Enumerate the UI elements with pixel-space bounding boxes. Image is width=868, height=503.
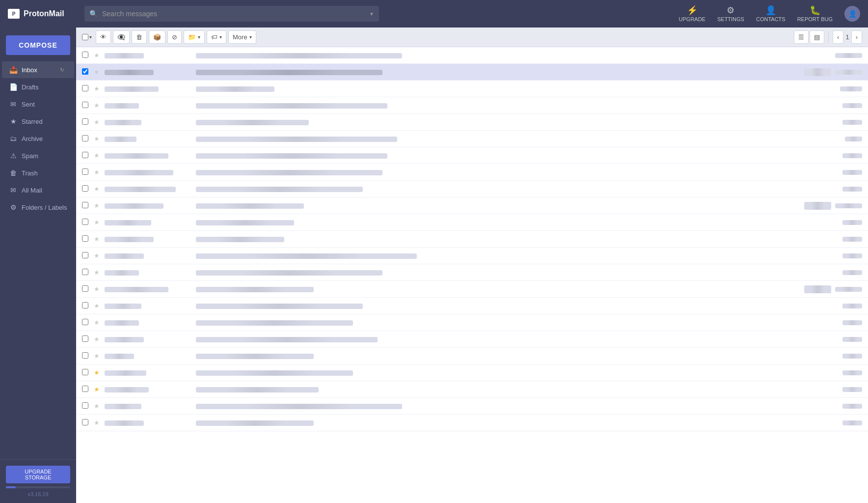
- email-row[interactable]: ★: [76, 97, 868, 114]
- star-icon[interactable]: ★: [94, 269, 102, 276]
- row-checkbox-input[interactable]: [82, 386, 88, 392]
- star-icon[interactable]: ★: [94, 168, 102, 176]
- star-icon[interactable]: ★: [94, 302, 102, 309]
- row-checkbox[interactable]: [82, 235, 91, 244]
- read-button[interactable]: 👁: [96, 30, 111, 44]
- star-icon[interactable]: ★: [94, 118, 102, 126]
- sidebar-item-folders[interactable]: ⚙ Folders / Labels: [2, 199, 74, 216]
- label-button[interactable]: 🏷 ▾: [207, 30, 226, 44]
- email-row[interactable]: ★: [76, 114, 868, 131]
- compact-view-button[interactable]: ☰: [794, 30, 809, 44]
- email-row[interactable]: ★: [76, 281, 868, 298]
- comfortable-view-button[interactable]: ▤: [810, 30, 824, 44]
- sidebar-item-archive[interactable]: 🗂 Archive: [2, 130, 74, 147]
- next-page-button[interactable]: ›: [851, 30, 862, 44]
- row-checkbox-input[interactable]: [82, 135, 88, 141]
- star-icon[interactable]: ★: [94, 386, 102, 393]
- search-input[interactable]: [84, 6, 379, 22]
- email-row[interactable]: ★: [76, 298, 868, 314]
- star-icon[interactable]: ★: [94, 135, 102, 142]
- star-icon[interactable]: ★: [94, 369, 102, 376]
- delete-button[interactable]: 🗑: [132, 30, 147, 44]
- star-icon[interactable]: ★: [94, 68, 102, 76]
- row-checkbox-input[interactable]: [82, 185, 88, 192]
- avatar[interactable]: 👤: [844, 6, 860, 22]
- email-row[interactable]: ★: [76, 131, 868, 147]
- row-checkbox[interactable]: [82, 252, 91, 260]
- email-row[interactable]: ★: [76, 415, 868, 431]
- row-checkbox-input[interactable]: [82, 252, 88, 258]
- compose-button[interactable]: COMPOSE: [6, 35, 70, 55]
- sidebar-item-starred[interactable]: ★ Starred: [2, 113, 74, 130]
- archive-button[interactable]: 📦: [149, 30, 165, 44]
- row-checkbox[interactable]: [82, 185, 91, 194]
- sidebar-item-inbox[interactable]: 📥 Inbox ↻: [2, 61, 74, 78]
- row-checkbox-input[interactable]: [82, 202, 88, 208]
- star-icon[interactable]: ★: [94, 202, 102, 209]
- email-row[interactable]: ★: [76, 364, 868, 381]
- star-icon[interactable]: ★: [94, 252, 102, 259]
- row-checkbox[interactable]: [82, 151, 91, 160]
- row-checkbox[interactable]: [82, 168, 91, 177]
- row-checkbox[interactable]: [82, 268, 91, 277]
- sidebar-item-sent[interactable]: ✉ Sent: [2, 96, 74, 112]
- row-checkbox-input[interactable]: [82, 319, 88, 325]
- row-checkbox[interactable]: [82, 218, 91, 227]
- row-checkbox[interactable]: [82, 285, 91, 294]
- more-button[interactable]: More ▾: [228, 30, 256, 44]
- spam-button[interactable]: ⊘: [167, 30, 182, 44]
- email-row[interactable]: ★: [76, 331, 868, 348]
- row-checkbox-input[interactable]: [82, 419, 88, 425]
- row-checkbox[interactable]: [82, 335, 91, 344]
- row-checkbox-input[interactable]: [82, 85, 88, 91]
- row-checkbox[interactable]: [82, 68, 91, 77]
- star-icon[interactable]: ★: [94, 402, 102, 410]
- chevron-down-icon[interactable]: ▼: [369, 11, 374, 17]
- star-icon[interactable]: ★: [94, 52, 102, 59]
- email-row[interactable]: ★: [76, 264, 868, 281]
- row-checkbox-input[interactable]: [82, 235, 88, 242]
- row-checkbox-input[interactable]: [82, 402, 88, 409]
- row-checkbox[interactable]: [82, 368, 91, 377]
- star-icon[interactable]: ★: [94, 102, 102, 109]
- row-checkbox-input[interactable]: [82, 102, 88, 108]
- row-checkbox-input[interactable]: [82, 352, 88, 359]
- unread-button[interactable]: 👁‍🗨: [113, 30, 130, 44]
- row-checkbox[interactable]: [82, 118, 91, 127]
- row-checkbox-input[interactable]: [82, 118, 88, 125]
- row-checkbox[interactable]: [82, 385, 91, 394]
- star-icon[interactable]: ★: [94, 185, 102, 193]
- refresh-icon[interactable]: ↻: [57, 66, 67, 74]
- row-checkbox-input[interactable]: [82, 168, 88, 175]
- move-button[interactable]: 📁 ▾: [184, 30, 205, 44]
- row-checkbox[interactable]: [82, 135, 91, 143]
- email-row[interactable]: ★: [76, 164, 868, 181]
- star-icon[interactable]: ★: [94, 85, 102, 92]
- row-checkbox-input[interactable]: [82, 335, 88, 342]
- email-row[interactable]: ★: [76, 248, 868, 264]
- row-checkbox[interactable]: [82, 318, 91, 327]
- star-icon[interactable]: ★: [94, 285, 102, 293]
- email-row[interactable]: ★: [76, 348, 868, 364]
- select-all-input[interactable]: [82, 34, 88, 40]
- star-icon[interactable]: ★: [94, 335, 102, 343]
- row-checkbox[interactable]: [82, 352, 91, 361]
- star-icon[interactable]: ★: [94, 419, 102, 426]
- row-checkbox-input[interactable]: [82, 302, 88, 308]
- row-checkbox[interactable]: [82, 201, 91, 210]
- row-checkbox-input[interactable]: [82, 68, 88, 75]
- report-bug-action[interactable]: 🐛 REPORT BUG: [797, 6, 833, 22]
- row-checkbox-input[interactable]: [82, 285, 88, 292]
- email-row[interactable]: ★: [76, 231, 868, 248]
- email-row[interactable]: ★: [76, 181, 868, 197]
- star-icon[interactable]: ★: [94, 152, 102, 159]
- row-checkbox[interactable]: [82, 84, 91, 93]
- row-checkbox[interactable]: [82, 402, 91, 411]
- upgrade-action[interactable]: ⚡ UPGRADE: [679, 6, 705, 22]
- select-all-checkbox[interactable]: ▾: [82, 34, 92, 40]
- upgrade-storage-button[interactable]: UPGRADE STORAGE: [6, 466, 70, 483]
- email-row[interactable]: ★: [76, 398, 868, 415]
- email-row[interactable]: ★: [76, 64, 868, 81]
- row-checkbox[interactable]: [82, 302, 91, 310]
- chevron-select-icon[interactable]: ▾: [89, 34, 92, 40]
